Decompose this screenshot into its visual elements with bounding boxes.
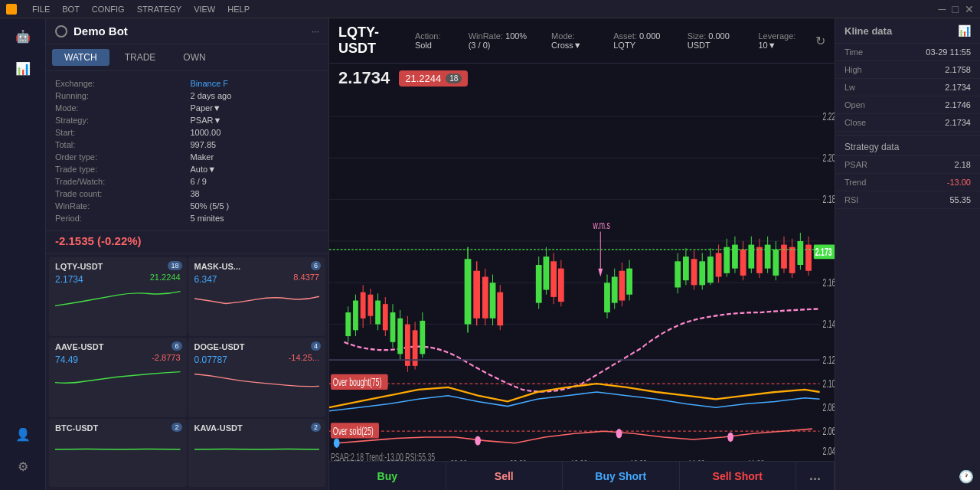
open-value: 2.1746	[945, 100, 971, 109]
buy-button[interactable]: Buy	[329, 462, 446, 490]
pnl-value: -2.1535 (-0.22%)	[46, 231, 328, 254]
refresh-button[interactable]: ↻	[815, 34, 825, 48]
chart-view-icon[interactable]: 📊	[958, 24, 971, 37]
asset-info: Asset: 0.000 LQTY	[613, 31, 669, 50]
buy-short-button[interactable]: Buy Short	[563, 462, 680, 490]
tab-bar: WATCH TRADE OWN	[46, 44, 328, 71]
minimize-button[interactable]: ─	[939, 3, 946, 15]
watch-change: 21.2244	[150, 273, 181, 285]
close-button[interactable]: ✕	[965, 3, 974, 15]
watch-price: 0.07787	[194, 354, 227, 365]
psar-row: PSAR 2.18	[835, 156, 980, 174]
menu-file[interactable]: FILE	[32, 5, 50, 14]
svg-point-98	[727, 433, 733, 442]
svg-text:2.200: 2.200	[822, 152, 835, 164]
trade-type-label: Trade type:	[55, 165, 185, 174]
svg-text:Over bought(75): Over bought(75)	[333, 376, 382, 388]
strategy-value: PSAR▼	[191, 116, 320, 125]
svg-text:w.m.s: w.m.s	[593, 219, 610, 231]
trade-count-value: 38	[191, 189, 320, 198]
bot-panel: Demo Bot ··· WATCH TRADE OWN Exchange: B…	[46, 18, 329, 490]
svg-text:2.120: 2.120	[822, 354, 835, 366]
leverage-value: 10▼	[758, 41, 776, 50]
trade-watch-label: Trade/Watch:	[55, 177, 185, 186]
watch-badge: 18	[168, 261, 181, 270]
time-value: 03-29 11:55	[926, 47, 971, 57]
sell-short-button[interactable]: Sell Short	[680, 462, 797, 490]
sidebar-icon-settings[interactable]: ⚙	[11, 455, 34, 478]
leverage-label: Leverage:	[758, 31, 795, 41]
watch-item[interactable]: KAVA-USDT 2	[188, 419, 326, 487]
mode-value: Paper▼	[191, 103, 320, 113]
period-label: Period:	[55, 214, 185, 223]
total-value: 997.85	[191, 140, 320, 149]
bot-status-icon	[55, 25, 67, 38]
svg-text:10:30: 10:30	[630, 458, 647, 461]
main-layout: 🤖 📊 👤 ⚙ Demo Bot ··· WATCH TRADE OWN Exc…	[0, 18, 980, 490]
watch-item[interactable]: LQTY-USDT 18 2.1734 21.2244	[49, 257, 187, 336]
strategy-header: Strategy data	[835, 135, 980, 156]
tab-trade[interactable]: TRADE	[113, 49, 168, 66]
watch-pair: MASK-US...	[194, 262, 241, 271]
menu-bar: FILE BOT CONFIG STRATEGY VIEW HELP ─ □ ✕	[0, 0, 980, 18]
svg-text:2.173: 2.173	[815, 245, 832, 257]
watch-item[interactable]: MASK-US... 6 6.347 8.4377	[188, 257, 326, 336]
svg-text:2.100: 2.100	[822, 377, 835, 390]
tab-watch[interactable]: WATCH	[52, 49, 109, 66]
svg-text:2.140: 2.140	[822, 318, 835, 330]
leverage-info: Leverage: 10▼	[758, 31, 803, 50]
sell-button[interactable]: Sell	[446, 462, 564, 490]
svg-point-97	[616, 429, 622, 438]
watch-pair: BTC-USDT	[55, 423, 98, 433]
svg-text:PSAR:2.18 Trend:-13.00 RSI:55.: PSAR:2.18 Trend:-13.00 RSI:55.35	[331, 451, 435, 461]
size-label: Size:	[688, 31, 706, 41]
watch-item[interactable]: BTC-USDT 2	[49, 419, 187, 487]
mini-chart	[194, 288, 320, 309]
menu-config[interactable]: CONFIG	[92, 5, 125, 14]
watch-pair: LQTY-USDT	[55, 262, 103, 271]
mini-chart	[55, 368, 181, 390]
close-label: Close	[844, 118, 866, 127]
watch-item[interactable]: AAVE-USDT 6 74.49 -2.8773	[49, 338, 187, 416]
mini-chart	[194, 368, 320, 390]
menu-view[interactable]: VIEW	[194, 5, 215, 14]
watch-price: 6.347	[194, 274, 217, 285]
clock-icon[interactable]: 🕐	[959, 469, 974, 484]
bot-menu-button[interactable]: ···	[312, 26, 319, 37]
watch-badge: 6	[172, 341, 181, 351]
chart-pair: LQTY-USDT	[338, 24, 403, 57]
current-price-area: 2.1734 21.2244 18	[329, 64, 835, 93]
menu-help[interactable]: HELP	[227, 5, 250, 14]
trend-row: Trend -13.00	[835, 174, 980, 191]
kline-header: Kline data	[844, 25, 892, 37]
rsi-row: RSI 55.35	[835, 191, 980, 209]
watch-badge: 6	[311, 261, 321, 270]
watch-change: -14.25...	[289, 353, 319, 365]
order-type-label: Order type:	[55, 152, 185, 162]
svg-point-95	[334, 439, 340, 448]
rsi-value: 55.35	[949, 195, 971, 204]
menu-strategy[interactable]: STRATEGY	[137, 5, 181, 14]
tab-own[interactable]: OWN	[171, 49, 217, 66]
winrate-label: WinRate:	[55, 201, 185, 211]
watch-item[interactable]: DOGE-USDT 4 0.07787 -14.25...	[188, 338, 326, 416]
more-button[interactable]: ...	[796, 462, 835, 490]
sidebar-icon-chart[interactable]: 📊	[11, 57, 34, 80]
rsi-label: RSI	[844, 195, 858, 204]
price-badge-value: 21.2244	[405, 73, 441, 84]
period-value: 5 minites	[191, 214, 320, 223]
maximize-button[interactable]: □	[952, 3, 959, 15]
sidebar-icon-user[interactable]: 👤	[11, 423, 34, 446]
badge-count: 18	[446, 74, 462, 83]
svg-text:2.180: 2.180	[822, 193, 835, 205]
menu-bot[interactable]: BOT	[62, 5, 80, 14]
kline-time-row: Time 03-29 11:55	[835, 44, 980, 61]
open-label: Open	[844, 100, 865, 109]
trend-label: Trend	[844, 178, 866, 187]
winrate-chart-label: WinRate:	[469, 31, 503, 41]
winrate-value: 50% (5/5 )	[191, 201, 320, 211]
svg-text:11:30: 11:30	[747, 458, 764, 461]
start-value: 1000.00	[191, 128, 320, 137]
strategy-label: Strategy:	[55, 116, 185, 125]
sidebar-icon-bot[interactable]: 🤖	[11, 24, 34, 47]
